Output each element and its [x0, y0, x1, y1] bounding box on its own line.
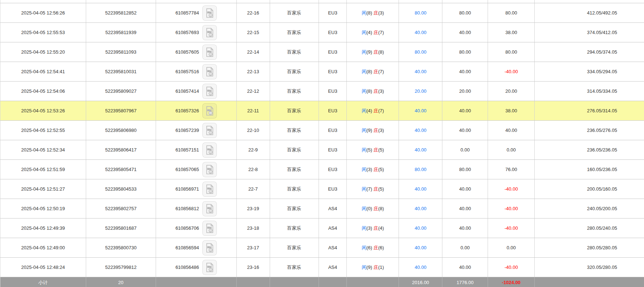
video-replay-button[interactable]: [202, 45, 217, 60]
table-code: EU3: [319, 82, 347, 101]
video-replay-button[interactable]: [202, 162, 217, 177]
video-replay-button[interactable]: [202, 240, 217, 255]
bet-amount-link[interactable]: 40.00: [399, 62, 442, 81]
bet-history-table: 2025-04-05 12:56:26 522395812852 6108577…: [0, 0, 644, 287]
table-body: 2025-04-05 12:56:26 522395812852 6108577…: [0, 3, 644, 277]
table-row[interactable]: 2025-04-05 12:54:06 522395809027 6108574…: [0, 82, 644, 101]
video-icon: [205, 47, 214, 57]
table-row[interactable]: 2025-04-05 12:55:20 522395811093 6108576…: [0, 42, 644, 62]
round-number: 22-16: [237, 3, 270, 22]
subtotal-bet: 2016.00: [399, 277, 442, 287]
banker-label: 庄: [374, 10, 378, 16]
table-row[interactable]: 2025-04-05 12:52:34 522395806417 6108571…: [0, 140, 644, 160]
banker-points: (3): [378, 10, 384, 16]
table-code: AS4: [319, 238, 347, 257]
video-icon: [205, 204, 214, 214]
table-row[interactable]: 2025-04-05 12:48:24 522395799812 6108564…: [0, 258, 644, 277]
bet-id: 522395811093: [86, 42, 156, 62]
table-code: AS4: [319, 258, 347, 277]
player-points: (4): [366, 108, 372, 113]
player-label: 闲: [362, 264, 366, 271]
bet-amount-link[interactable]: 40.00: [399, 121, 442, 140]
player-points: (3): [366, 225, 372, 231]
bet-amount-link[interactable]: 40.00: [399, 101, 442, 120]
game-id: 610857326: [176, 108, 199, 113]
game-type: 百家乐: [270, 42, 319, 62]
video-replay-button[interactable]: [202, 201, 217, 216]
video-replay-button[interactable]: [202, 221, 217, 236]
bet-time: 2025-04-05 12:53:26: [0, 101, 86, 120]
table-row[interactable]: 2025-04-05 12:51:27 522395804533 6108569…: [0, 179, 644, 199]
table-row[interactable]: 2025-04-05 12:49:39 522395801687 6108567…: [0, 219, 644, 238]
video-replay-button[interactable]: [202, 25, 217, 40]
bet-amount-link[interactable]: 40.00: [399, 199, 442, 218]
valid-amount: 40.00: [442, 121, 488, 140]
table-row[interactable]: 2025-04-05 12:53:26 522395807967 6108573…: [0, 101, 644, 121]
video-icon: [205, 28, 214, 38]
bet-amount-link[interactable]: 40.00: [399, 238, 442, 257]
video-icon: [205, 243, 214, 253]
round-number: 23-17: [237, 238, 270, 257]
video-replay-button[interactable]: [202, 142, 217, 158]
table-row[interactable]: 2025-04-05 12:49:00 522395800730 6108565…: [0, 238, 644, 258]
video-replay-button[interactable]: [202, 123, 217, 138]
player-label: 闲: [362, 88, 366, 95]
table-row[interactable]: 2025-04-05 12:50:19 522395802757 6108568…: [0, 199, 644, 219]
bet-amount-link[interactable]: 80.00: [399, 160, 442, 179]
banker-points: (8): [378, 206, 384, 211]
bet-amount-link[interactable]: 20.00: [399, 82, 442, 101]
table-row-clipped: [0, 0, 644, 3]
banker-label: 庄: [374, 225, 378, 232]
banker-points: (5): [378, 147, 384, 153]
banker-points: (8): [378, 49, 384, 55]
game-id: 610857414: [176, 88, 199, 94]
bet-amount-link[interactable]: 80.00: [399, 3, 442, 22]
game-id: 610856486: [176, 265, 199, 270]
table-code: EU3: [319, 160, 347, 179]
valid-amount: 20.00: [442, 82, 488, 101]
round-number: 23-19: [237, 199, 270, 218]
bet-amount-link[interactable]: 40.00: [399, 258, 442, 277]
table-code: EU3: [319, 140, 347, 159]
table-row[interactable]: 2025-04-05 12:54:41 522395810031 6108575…: [0, 62, 644, 82]
subtotal-winloss: -1024.00: [488, 277, 535, 287]
bet-time: 2025-04-05 12:54:41: [0, 62, 86, 81]
video-replay-button[interactable]: [202, 182, 217, 197]
video-replay-button[interactable]: [202, 103, 217, 118]
bet-time: 2025-04-05 12:52:55: [0, 121, 86, 140]
bet-amount-link[interactable]: 40.00: [399, 179, 442, 199]
banker-label: 庄: [374, 166, 378, 173]
round-number: 22-11: [237, 101, 270, 120]
video-replay-button[interactable]: [202, 5, 217, 21]
video-replay-button[interactable]: [202, 64, 217, 79]
bet-amount-link[interactable]: 40.00: [399, 219, 442, 238]
table-code: AS4: [319, 219, 347, 238]
game-type: 百家乐: [270, 199, 319, 218]
bet-amount-link[interactable]: 80.00: [399, 42, 442, 62]
banker-points: (3): [378, 128, 384, 133]
bet-amount-link[interactable]: 40.00: [399, 23, 442, 42]
game-result: 闲(0) 庄(8): [347, 199, 399, 218]
video-replay-button[interactable]: [202, 84, 217, 99]
valid-amount: 80.00: [442, 42, 488, 62]
player-points: (9): [366, 49, 372, 55]
table-row[interactable]: 2025-04-05 12:56:26 522395812852 6108577…: [0, 3, 644, 23]
video-replay-button[interactable]: [202, 260, 217, 275]
game-id: 610857784: [176, 10, 199, 16]
bet-amount-link[interactable]: 40.00: [399, 140, 442, 159]
video-icon: [205, 67, 214, 77]
table-row[interactable]: 2025-04-05 12:55:53 522395811939 6108576…: [0, 23, 644, 42]
table-code: EU3: [319, 101, 347, 120]
balance: 334.05/294.05: [535, 62, 644, 81]
video-icon: [205, 184, 214, 194]
banker-points: (7): [378, 30, 384, 35]
win-loss: 38.00: [488, 101, 535, 120]
video-icon: [205, 223, 214, 233]
game-result: 闲(8) 庄(7): [347, 62, 399, 81]
game-id: 610856594: [176, 245, 199, 250]
bet-id: 522395807967: [86, 101, 156, 120]
table-row[interactable]: 2025-04-05 12:51:59 522395805471 6108570…: [0, 160, 644, 179]
table-row[interactable]: 2025-04-05 12:52:55 522395806980 6108572…: [0, 121, 644, 140]
banker-points: (3): [378, 88, 384, 94]
table-code: EU3: [319, 62, 347, 81]
